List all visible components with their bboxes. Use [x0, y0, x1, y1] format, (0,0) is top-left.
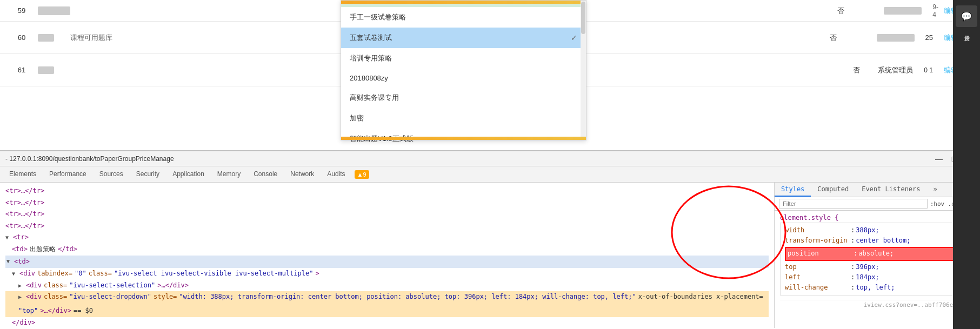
wechat-icon[interactable]: 💬 — [956, 5, 977, 27]
devtools-url: - 127.0.0.1:8090/questionbank/toPaperGro… — [5, 155, 934, 163]
bool-col-61: 否 — [845, 65, 867, 75]
html-line-9: ▶ <div class="ivu-select-selection" >…</… — [5, 280, 769, 292]
devtools-tab-bar: Elements Performance Sources Security Ap… — [0, 166, 980, 183]
blurred-small-61 — [38, 66, 54, 74]
browser-top-area: 59 否 9-4 编辑 删除 60 课程可用题库 否 25 编辑 删除 61 — [0, 0, 980, 150]
tab-console[interactable]: Console — [247, 166, 284, 182]
bool-col-59: 否 — [830, 6, 851, 16]
styles-filter-bar: :hov .cls + ▲ — [775, 197, 980, 211]
devtools-body: <tr>…</tr> <tr>…</tr> <tr>…</tr> <tr>…</… — [0, 183, 980, 328]
warning-badge: ▲9 — [355, 170, 369, 179]
right-sidebar: 💬 用户反馈 — [953, 0, 980, 329]
style-selector: element.style { — [780, 214, 975, 221]
dropdown-scrollbar[interactable] — [581, 1, 586, 140]
styles-tab-more[interactable]: » — [927, 183, 944, 197]
style-prop-will-change: will-change : top, left; — [785, 283, 970, 293]
dropdown-item-1[interactable]: 手工一级试卷策略 — [341, 7, 586, 28]
dropdown-bottom-bar — [341, 137, 586, 140]
prop-val-will-change: top, left; — [856, 283, 895, 293]
prop-key-width: width — [785, 225, 850, 236]
minimize-button[interactable]: — — [934, 153, 944, 164]
html-line-4: <tr>…</tr> — [5, 220, 769, 232]
row-number-60: 60 — [5, 33, 38, 42]
styles-filter-input[interactable] — [779, 199, 928, 209]
tab-security[interactable]: Security — [130, 166, 166, 182]
prop-val-width: 388px; — [856, 225, 879, 236]
dropdown-item-4[interactable]: 20180808zy — [341, 69, 586, 88]
prop-val-transform: center bottom; — [856, 236, 910, 246]
devtools-panel: - 127.0.0.1:8090/questionbank/toPaperGro… — [0, 150, 980, 329]
blurred-content — [38, 6, 70, 15]
style-prop-transform-origin: transform-origin : center bottom; — [785, 236, 970, 246]
dropdown-item-2[interactable]: 五套试卷测试 ✓ — [341, 28, 586, 48]
devtools-html-panel: <tr>…</tr> <tr>…</tr> <tr>…</tr> <tr>…</… — [0, 183, 775, 328]
html-line-1: <tr>…</tr> — [5, 185, 769, 197]
html-line-6: <td>出题策略</td> — [5, 244, 769, 256]
style-prop-top: top : 396px; — [785, 262, 970, 272]
styles-tab-computed[interactable]: Computed — [811, 183, 855, 197]
devtools-titlebar: - 127.0.0.1:8090/questionbank/toPaperGro… — [0, 151, 980, 166]
html-line-7: ▼ <td> — [5, 256, 769, 268]
tab-performance[interactable]: Performance — [43, 166, 93, 182]
styles-content: element.style { width : 388px; transform… — [775, 211, 980, 307]
html-line-10[interactable]: ▶ <div class="ivu-select-dropdown" style… — [5, 291, 769, 317]
dropdown-item-5[interactable]: 高财实务课专用 — [341, 88, 586, 108]
num-right-60: 25 — [925, 33, 933, 42]
tab-network[interactable]: Network — [284, 166, 321, 182]
dropdown-item-label-6: 加密 — [350, 113, 364, 123]
bool-col-60: 否 — [823, 33, 844, 43]
style-prop-left: left : 184px; — [785, 272, 970, 283]
html-line-8: ▼ <div tabindex="0" class="ivu-select iv… — [5, 268, 769, 280]
prop-key-position: position — [788, 249, 852, 259]
tab-audits[interactable]: Audits — [321, 166, 351, 182]
style-source: iview.css?onev=..abff706e641d:1 — [780, 300, 975, 307]
prop-val-position: absolute; — [858, 249, 894, 259]
tab-memory[interactable]: Memory — [211, 166, 247, 182]
html-line-5: ▼ <tr> — [5, 232, 769, 244]
filter-hov[interactable]: :hov — [930, 200, 945, 207]
dropdown-item-6[interactable]: 加密 — [341, 108, 586, 129]
blurred-small — [38, 34, 54, 42]
strategy-dropdown: 手工一级试卷策略 五套试卷测试 ✓ 培训专用策略 20180808zy 高财实务… — [341, 0, 586, 140]
blurred-right-60 — [877, 34, 915, 42]
styles-tab-event-listeners[interactable]: Event Listeners — [855, 183, 926, 197]
blurred-right — [884, 7, 922, 15]
dropdown-item-label-3: 培训专用策略 — [350, 53, 392, 63]
scrollbar-thumb — [581, 2, 585, 34]
tab-application[interactable]: Application — [166, 166, 211, 182]
num-right-59: 9-4 — [932, 3, 938, 18]
style-block: width : 388px; transform-origin : center… — [780, 223, 975, 296]
dropdown-item-label-2: 五套试卷测试 — [350, 33, 392, 43]
num-right-61: 0 1 — [924, 66, 933, 74]
row-number-61: 61 — [5, 66, 38, 74]
dropdown-item-3[interactable]: 培训专用策略 — [341, 48, 586, 69]
styles-tab-styles[interactable]: Styles — [775, 183, 811, 197]
html-line-2: <tr>…</tr> — [5, 197, 769, 209]
style-prop-width: width : 388px; — [785, 225, 970, 236]
dropdown-item-label-5: 高财实务课专用 — [350, 93, 399, 103]
prop-key-top: top — [785, 262, 850, 272]
devtools-styles-panel: Styles Computed Event Listeners » :hov .… — [775, 183, 980, 328]
html-line-3: <tr>…</tr> — [5, 209, 769, 220]
sys-admin-label: 系统管理员 — [878, 65, 913, 75]
dropdown-item-label-4: 20180808zy — [350, 74, 388, 82]
row-number-59: 59 — [5, 6, 38, 15]
prop-val-left: 184px; — [856, 272, 879, 283]
tab-elements[interactable]: Elements — [3, 166, 43, 182]
check-icon-2: ✓ — [571, 33, 577, 42]
tab-sources[interactable]: Sources — [93, 166, 130, 182]
prop-key-will-change: will-change — [785, 283, 850, 293]
styles-tab-bar: Styles Computed Event Listeners » — [775, 183, 980, 197]
html-line-11: </div> — [5, 317, 769, 328]
dropdown-item-label-1: 手工一级试卷策略 — [350, 12, 406, 22]
prop-key-left: left — [785, 272, 850, 283]
style-prop-position: position : absolute; — [785, 247, 970, 260]
prop-key-transform: transform-origin — [785, 236, 850, 246]
prop-val-top: 396px; — [856, 262, 879, 272]
